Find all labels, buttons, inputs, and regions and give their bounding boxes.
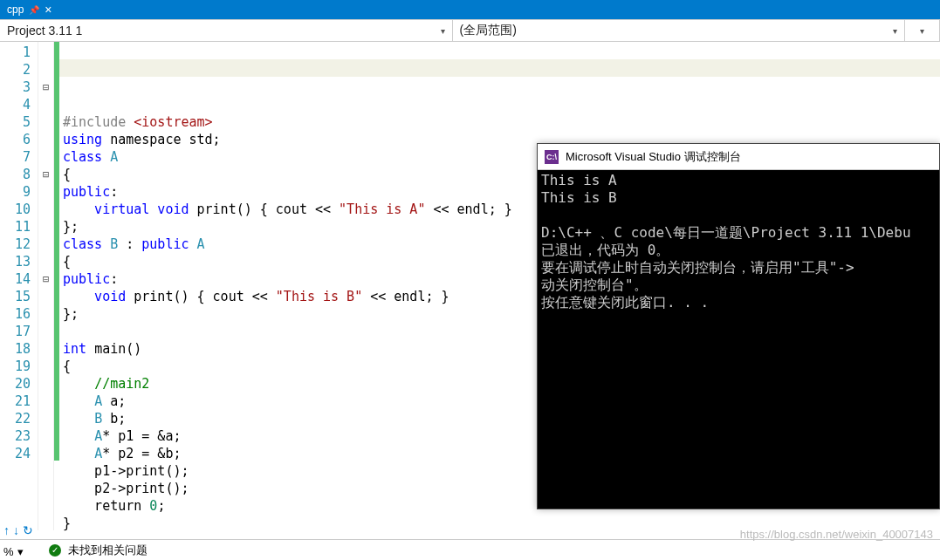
navigation-bar: Project 3.11 1 ▾ (全局范围) ▾ ▾ — [0, 19, 940, 42]
dropdown-label: (全局范围) — [460, 23, 517, 38]
chevron-down-icon: ▾ — [920, 26, 924, 36]
console-title-text: Microsoft Visual Studio 调试控制台 — [566, 149, 741, 165]
check-icon: ✓ — [49, 544, 61, 557]
fold-gutter[interactable]: ⊟ ⊟ ⊟ — [38, 42, 54, 530]
current-line-highlight — [59, 59, 940, 77]
project-scope-dropdown[interactable]: Project 3.11 1 ▾ — [0, 20, 453, 41]
line-number-gutter: 123456789101112131415161718192021222324 — [0, 42, 38, 530]
status-text: 未找到相关问题 — [68, 543, 148, 558]
symbol-scope-dropdown[interactable]: (全局范围) ▾ — [453, 20, 906, 41]
zoom-dropdown[interactable]: %▾ — [0, 543, 27, 560]
console-icon: C:\ — [545, 150, 559, 164]
member-dropdown[interactable]: ▾ — [905, 20, 940, 41]
editor-corner-tools: ↑ ↓ ↻ — [3, 523, 33, 537]
file-tab[interactable]: cpp 📌 × — [0, 0, 59, 19]
arrow-up-icon[interactable]: ↑ — [3, 523, 10, 537]
console-output[interactable]: This is A This is B D:\C++ 、C code\每日一道题… — [538, 170, 939, 509]
console-titlebar[interactable]: C:\ Microsoft Visual Studio 调试控制台 — [538, 144, 939, 170]
watermark: https://blog.csdn.net/weixin_40007143 — [740, 528, 933, 541]
chevron-down-icon: ▾ — [441, 26, 445, 36]
status-bar: %▾ ✓ 未找到相关问题 — [0, 539, 940, 560]
tab-label: cpp — [7, 3, 24, 16]
dropdown-label: Project 3.11 1 — [7, 24, 82, 38]
debug-console-window[interactable]: C:\ Microsoft Visual Studio 调试控制台 This i… — [537, 143, 940, 509]
chevron-down-icon: ▾ — [17, 545, 24, 558]
close-icon[interactable]: × — [45, 3, 51, 17]
chevron-down-icon: ▾ — [893, 26, 897, 36]
tab-bar: cpp 📌 × — [0, 0, 940, 19]
refresh-icon[interactable]: ↻ — [23, 523, 33, 537]
pin-icon[interactable]: 📌 — [29, 5, 39, 15]
arrow-down-icon[interactable]: ↓ — [13, 523, 19, 537]
